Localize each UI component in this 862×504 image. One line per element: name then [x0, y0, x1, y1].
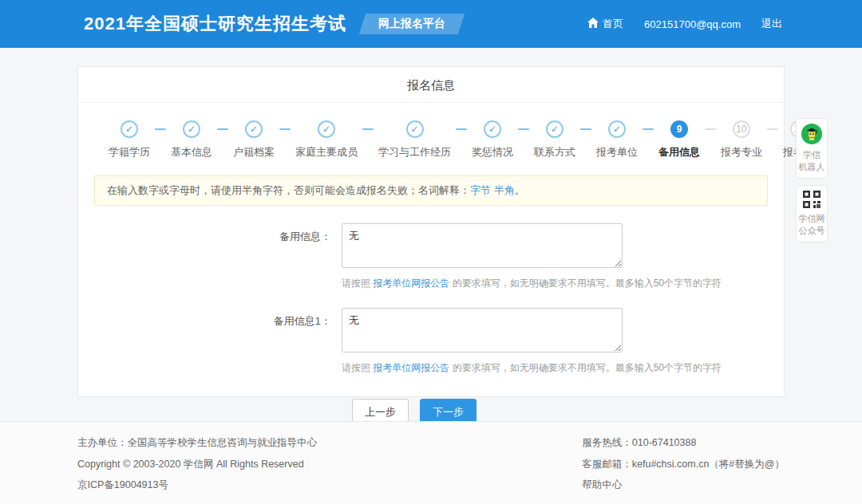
halfwidth-notice: 在输入数字或字母时，请使用半角字符，否则可能会造成报名失败；名词解释：字节 半角… [94, 175, 768, 206]
step-item[interactable]: ✓家庭主要成员 [295, 120, 358, 159]
home-icon [587, 18, 599, 30]
platform-badge-label: 网上报名平台 [378, 17, 445, 31]
step-circle: 9 [670, 120, 688, 138]
help-prefix: 请按照 [342, 278, 373, 289]
page-title: 2021年全国硕士研究生招生考试 [84, 12, 346, 36]
nav-account-email[interactable]: 602151700@qq.com [644, 18, 741, 30]
qr-code-icon [803, 191, 820, 211]
step-circle: ✓ [183, 120, 200, 138]
qrcode-widget-label: 学信网公众号 [799, 213, 825, 237]
notice-text: 在输入数字或字母时，请使用半角字符，否则可能会造成报名失败；名词解释： [107, 184, 470, 196]
step-connector [518, 128, 529, 130]
step-indicator: ✓学籍学历 ✓基本信息 ✓户籍档案 ✓家庭主要成员 ✓学习与工作经历 ✓奖惩情况… [78, 103, 784, 164]
page-footer: 主办单位：全国高等学校学生信息咨询与就业指导中心 Copyright © 200… [0, 421, 862, 504]
link-byte[interactable]: 字节 [470, 184, 491, 196]
step-circle: ✓ [318, 120, 335, 138]
step-connector [456, 128, 467, 130]
chsi-robot-widget[interactable]: 学信机器人 [796, 118, 828, 179]
nav-logout[interactable]: 退出 [761, 17, 782, 31]
step-label: 户籍档案 [233, 145, 275, 159]
step-circle: ✓ [484, 120, 501, 138]
step-label: 联系方式 [534, 145, 575, 159]
help-suffix: 的要求填写，如无明确要求不用填写。最多输入50个字节的字符 [449, 362, 722, 373]
step-label: 学籍学历 [109, 145, 150, 159]
help-prefix: 请按照 [342, 362, 373, 373]
footer-hotline: 服务热线：010-67410388 [582, 432, 785, 454]
backup-info1-label: 备用信息1： [78, 308, 342, 375]
step-connector [155, 128, 166, 130]
step-item[interactable]: ✓户籍档案 [233, 120, 275, 159]
step-circle: ✓ [608, 120, 626, 138]
footer-left: 主办单位：全国高等学校学生信息咨询与就业指导中心 Copyright © 200… [77, 432, 317, 504]
step-connector [217, 128, 228, 130]
step-item: 10报考专业 [721, 120, 762, 159]
step-connector [580, 128, 591, 130]
backup-info1-field: 无 请按照 报考单位网报公告 的要求填写，如无明确要求不用填写。最多输入50个字… [342, 308, 722, 375]
step-item[interactable]: ✓报考单位 [596, 120, 638, 159]
step-label: 基本信息 [171, 145, 212, 159]
step-item[interactable]: ✓基本信息 [171, 120, 212, 159]
backup-info-help: 请按照 报考单位网报公告 的要求填写，如无明确要求不用填写。最多输入50个字节的… [342, 277, 722, 290]
help-suffix: 的要求填写，如无明确要求不用填写。最多输入50个字节的字符 [449, 278, 722, 289]
footer-service-email: 客服邮箱：kefu#chsi.com.cn（将#替换为@） [582, 454, 785, 475]
backup-info-field: 无 请按照 报考单位网报公告 的要求填写，如无明确要求不用填写。最多输入50个字… [342, 223, 722, 290]
step-label: 奖惩情况 [472, 145, 513, 159]
link-halfwidth[interactable]: 半角 [494, 184, 515, 196]
robot-icon [801, 124, 822, 147]
header-nav: 首页 602151700@qq.com 退出 [587, 17, 782, 31]
backup-info-textarea[interactable]: 无 [342, 223, 623, 268]
step-connector [362, 128, 374, 130]
step-circle: ✓ [546, 120, 563, 138]
step-circle: ✓ [121, 120, 138, 138]
backup-info1-help: 请按照 报考单位网报公告 的要求填写，如无明确要求不用填写。最多输入50个字节的… [342, 361, 722, 375]
step-item[interactable]: ✓学习与工作经历 [378, 120, 451, 159]
nav-logout-label: 退出 [761, 17, 782, 31]
step-item[interactable]: ✓奖惩情况 [472, 120, 513, 159]
nav-home-label: 首页 [603, 17, 623, 31]
nav-home[interactable]: 首页 [587, 17, 623, 31]
footer-help-center[interactable]: 帮助中心 [582, 474, 785, 496]
footer-host: 主办单位：全国高等学校学生信息咨询与就业指导中心 [77, 432, 317, 454]
step-connector [705, 128, 716, 130]
step-connector [279, 128, 291, 130]
step-circle: 10 [733, 120, 750, 138]
step-connector [767, 128, 778, 130]
robot-widget-label: 学信机器人 [799, 149, 825, 173]
footer-copyright: Copyright © 2003-2020 学信网 All Rights Res… [77, 454, 317, 475]
platform-badge: 网上报名平台 [359, 14, 465, 34]
form-row-backup-info: 备用信息： 无 请按照 报考单位网报公告 的要求填写，如无明确要求不用填写。最多… [78, 223, 784, 290]
step-label: 报考单位 [596, 145, 638, 159]
step-item[interactable]: ✓学籍学历 [109, 120, 150, 159]
link-unit-announcement[interactable]: 报考单位网报公告 [373, 362, 449, 373]
step-label: 家庭主要成员 [295, 145, 358, 159]
step-circle: ✓ [245, 120, 263, 138]
step-label: 备用信息 [658, 145, 700, 159]
step-item[interactable]: ✓联系方式 [534, 120, 575, 159]
step-label: 学习与工作经历 [378, 145, 451, 159]
step-item[interactable]: 9备用信息 [658, 120, 700, 159]
backup-info-form: 备用信息： 无 请按照 报考单位网报公告 的要求填写，如无明确要求不用填写。最多… [78, 223, 784, 426]
footer-right: 服务热线：010-67410388 客服邮箱：kefu#chsi.com.cn（… [582, 432, 785, 504]
floating-widgets: 学信机器人 学信网公众号 [796, 118, 828, 249]
form-row-backup-info1: 备用信息1： 无 请按照 报考单位网报公告 的要求填写，如无明确要求不用填写。最… [78, 308, 784, 375]
backup-info1-textarea[interactable]: 无 [342, 308, 623, 352]
backup-info-label: 备用信息： [78, 223, 342, 290]
step-label: 报考专业 [721, 145, 762, 159]
link-unit-announcement[interactable]: 报考单位网报公告 [373, 278, 449, 289]
notice-suffix: 。 [515, 184, 525, 196]
footer-icp: 京ICP备19004913号 [77, 474, 317, 496]
account-email-label: 602151700@qq.com [644, 18, 741, 30]
registration-card: 报名信息 ✓学籍学历 ✓基本信息 ✓户籍档案 ✓家庭主要成员 ✓学习与工作经历 … [77, 66, 785, 397]
app-header: 2021年全国硕士研究生招生考试 网上报名平台 首页 602151700@qq.… [0, 0, 862, 48]
step-connector [643, 128, 654, 130]
chsi-qrcode-widget[interactable]: 学信网公众号 [796, 185, 828, 242]
card-title: 报名信息 [78, 67, 784, 103]
step-circle: ✓ [406, 120, 424, 138]
